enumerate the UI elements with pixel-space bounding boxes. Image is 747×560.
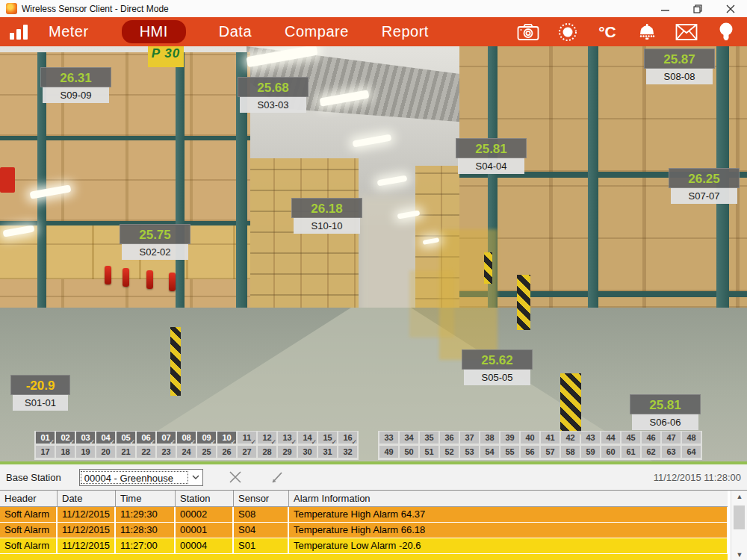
channel-button-52[interactable]: 52	[440, 446, 459, 458]
channel-button-03[interactable]: 03✓	[76, 432, 95, 444]
tab-report[interactable]: Report	[382, 23, 429, 40]
channel-button-63[interactable]: 63	[662, 446, 681, 458]
restore-button[interactable]	[681, 0, 714, 17]
channel-button-27[interactable]: 27	[238, 446, 256, 458]
channel-button-56[interactable]: 56	[521, 446, 539, 458]
channel-button-22[interactable]: 22	[137, 446, 155, 458]
channel-button-28[interactable]: 28	[258, 446, 276, 458]
channel-button-60[interactable]: 60	[601, 446, 620, 458]
channel-button-41[interactable]: 41	[541, 432, 560, 444]
column-header-sensor[interactable]: Sensor	[234, 491, 289, 506]
channel-button-10[interactable]: 10✓	[217, 432, 236, 444]
channel-button-57[interactable]: 57	[541, 446, 560, 458]
channel-button-05[interactable]: 05✓	[117, 432, 135, 444]
column-header-date[interactable]: Date	[58, 491, 116, 506]
column-header-alarm-information[interactable]: Alarm Information	[289, 491, 727, 506]
brightness-icon[interactable]	[556, 21, 580, 43]
column-header-header[interactable]: Header	[0, 491, 58, 506]
channel-button-53[interactable]: 53	[460, 446, 479, 458]
tab-compare[interactable]: Compare	[285, 23, 349, 40]
channel-button-12[interactable]: 12✓	[258, 432, 276, 444]
channel-button-45[interactable]: 45	[622, 432, 640, 444]
sensor-id: S06-06	[632, 414, 698, 430]
channel-group-2: 3334353637383940414243444546474849505152…	[378, 431, 702, 460]
channel-button-47[interactable]: 47	[662, 432, 681, 444]
channel-button-58[interactable]: 58	[561, 446, 580, 458]
channel-button-49[interactable]: 49	[379, 446, 398, 458]
channel-button-50[interactable]: 50	[400, 446, 418, 458]
channel-button-30[interactable]: 30	[298, 446, 317, 458]
channel-button-24[interactable]: 24	[177, 446, 196, 458]
table-scrollbar[interactable]: ▲ ▼	[731, 491, 747, 560]
channel-button-13[interactable]: 13✓	[278, 432, 297, 444]
minimize-button[interactable]	[648, 0, 681, 17]
channel-button-32[interactable]: 32	[338, 446, 357, 458]
channel-button-17[interactable]: 17	[36, 446, 55, 458]
channel-button-40[interactable]: 40	[521, 432, 539, 444]
channel-button-33[interactable]: 33	[379, 432, 398, 444]
channel-button-29[interactable]: 29	[278, 446, 297, 458]
channel-button-59[interactable]: 59	[581, 446, 600, 458]
channel-button-25[interactable]: 25	[197, 446, 216, 458]
channel-button-54[interactable]: 54	[480, 446, 499, 458]
tab-meter[interactable]: Meter	[49, 23, 89, 40]
close-button[interactable]	[714, 0, 747, 17]
channel-button-09[interactable]: 09✓	[197, 432, 216, 444]
channel-button-64[interactable]: 64	[682, 446, 701, 458]
channel-button-46[interactable]: 46	[642, 432, 660, 444]
channel-button-23[interactable]: 23	[157, 446, 176, 458]
channel-button-38[interactable]: 38	[480, 432, 499, 444]
scroll-up-icon[interactable]: ▲	[731, 491, 747, 503]
scrollbar-thumb[interactable]	[734, 505, 745, 529]
channel-button-34[interactable]: 34	[400, 432, 418, 444]
channel-button-18[interactable]: 18	[56, 446, 75, 458]
channel-button-07[interactable]: 07✓	[157, 432, 176, 444]
channel-button-11[interactable]: 11✓	[238, 432, 256, 444]
channel-button-20[interactable]: 20	[96, 446, 115, 458]
clear-button[interactable]	[226, 467, 245, 487]
edit-pencil-icon[interactable]	[267, 467, 287, 487]
channel-button-43[interactable]: 43	[581, 432, 600, 444]
alarm-row[interactable]: Soft Alarm11/12/201511:28:3000001S04Temp…	[0, 523, 728, 538]
channel-button-14[interactable]: 14✓	[298, 432, 317, 444]
channel-button-37[interactable]: 37	[460, 432, 479, 444]
alarm-row[interactable]: Soft Alarm11/12/201511:29:3000002S08Temp…	[0, 507, 728, 523]
channel-button-06[interactable]: 06✓	[137, 432, 155, 444]
base-station-dropdown[interactable]: 00004 - Greenhouse	[79, 469, 203, 486]
channel-button-04[interactable]: 04✓	[96, 432, 115, 444]
channel-button-21[interactable]: 21	[117, 446, 135, 458]
sensor-id: S03-03	[240, 97, 306, 113]
tab-hmi[interactable]: HMI	[122, 20, 186, 43]
sensor-id: S05-05	[464, 370, 530, 385]
camera-icon[interactable]	[516, 21, 540, 43]
alarm-row[interactable]: Soft Alarm11/12/201511:27:0000004S01Temp…	[0, 538, 728, 554]
channel-button-39[interactable]: 39	[500, 432, 519, 444]
alarm-bell-icon[interactable]	[635, 21, 659, 43]
channel-button-08[interactable]: 08✓	[177, 432, 196, 444]
sensor-value: 25.62	[462, 349, 533, 370]
channel-button-48[interactable]: 48	[682, 432, 701, 444]
channel-button-55[interactable]: 55	[500, 446, 519, 458]
mail-icon[interactable]	[675, 21, 698, 43]
channel-button-16[interactable]: 16✓	[338, 432, 357, 444]
channel-button-62[interactable]: 62	[642, 446, 660, 458]
base-station-label: Base Station	[6, 472, 61, 483]
channel-button-36[interactable]: 36	[440, 432, 459, 444]
channel-button-02[interactable]: 02✓	[56, 432, 75, 444]
channel-button-26[interactable]: 26	[217, 446, 236, 458]
column-header-station[interactable]: Station	[176, 491, 234, 506]
scroll-down-icon[interactable]: ▼	[731, 549, 747, 560]
channel-button-15[interactable]: 15✓	[318, 432, 337, 444]
celsius-icon[interactable]: °C	[595, 21, 619, 43]
tab-data[interactable]: Data	[219, 23, 252, 40]
channel-button-42[interactable]: 42	[561, 432, 580, 444]
channel-button-61[interactable]: 61	[622, 446, 640, 458]
channel-button-31[interactable]: 31	[318, 446, 337, 458]
channel-button-51[interactable]: 51	[420, 446, 438, 458]
column-header-time[interactable]: Time	[116, 491, 176, 506]
channel-button-19[interactable]: 19	[76, 446, 95, 458]
channel-button-44[interactable]: 44	[601, 432, 620, 444]
channel-button-01[interactable]: 01✓	[36, 432, 55, 444]
bulb-icon[interactable]	[714, 21, 738, 43]
channel-button-35[interactable]: 35	[420, 432, 438, 444]
